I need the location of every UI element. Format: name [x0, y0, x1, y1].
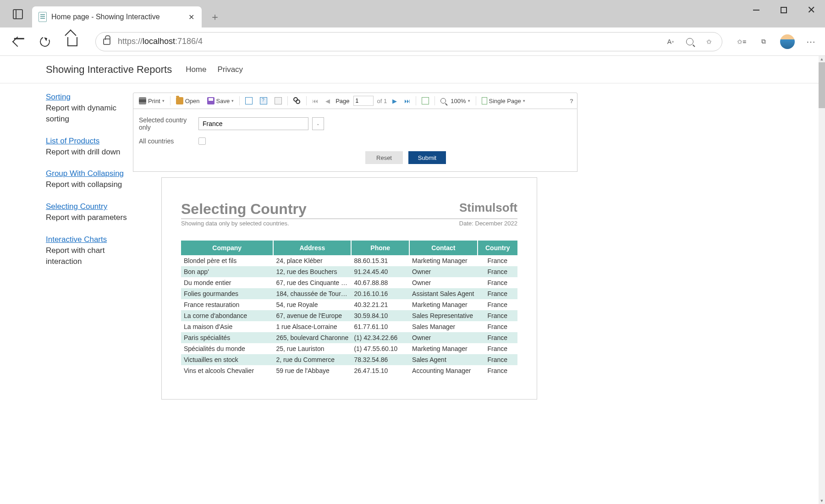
window-maximize-button[interactable]	[770, 0, 798, 20]
reload-button[interactable]	[36, 33, 54, 51]
lock-icon	[103, 38, 110, 45]
back-button[interactable]	[8, 33, 27, 51]
url-text: https://localhost:7186/4	[118, 37, 203, 46]
browser-tab[interactable]: Home page - Showing Interactive ✕	[32, 6, 202, 27]
zoom-out-icon[interactable]	[684, 36, 695, 47]
window-minimize-button[interactable]	[742, 0, 770, 20]
profile-avatar[interactable]	[780, 34, 795, 49]
browser-toolbar: https://localhost:7186/4 A» ✩ ✩≡ ⧉ ⋯	[0, 27, 825, 56]
favorite-add-icon[interactable]: ✩	[704, 36, 715, 47]
more-menu-icon[interactable]: ⋯	[806, 36, 817, 47]
browser-home-button[interactable]	[63, 33, 82, 51]
favorites-icon[interactable]: ✩≡	[736, 36, 747, 47]
new-tab-button[interactable]: ＋	[208, 10, 222, 24]
window-close-button[interactable]: ✕	[798, 0, 825, 20]
close-tab-icon[interactable]: ✕	[187, 13, 195, 21]
panel-toggle-icon[interactable]	[13, 9, 23, 19]
collections-icon[interactable]: ⧉	[758, 36, 769, 47]
address-bar[interactable]: https://localhost:7186/4 A» ✩	[95, 32, 722, 51]
tab-favicon-icon	[38, 12, 47, 22]
tab-title: Home page - Showing Interactive	[51, 13, 183, 21]
browser-titlebar: Home page - Showing Interactive ✕ ＋ ✕	[0, 0, 825, 27]
read-aloud-icon[interactable]: A»	[665, 36, 676, 47]
